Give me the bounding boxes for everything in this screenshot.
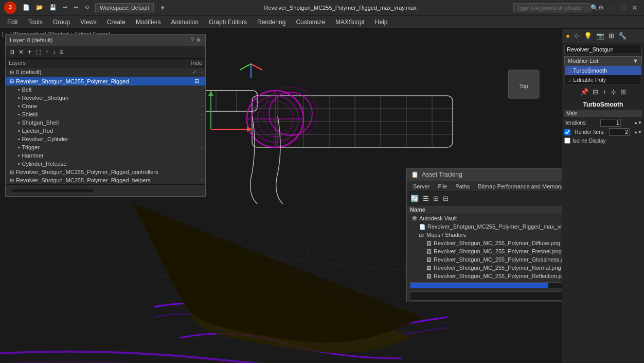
redo-icon[interactable]: ↪ [71,3,80,12]
asset-menu-item-bitmap-performance-and-memory[interactable]: Bitmap Performance and Memory [474,182,562,191]
asset-row[interactable]: 🖼Revolver_Shotgun_MC_255_Polymer_Reflect… [407,272,562,280]
asset-grid-icon[interactable]: ⊞ [432,194,440,203]
asset-refresh-icon[interactable]: 🔄 [409,194,420,203]
search-input[interactable] [513,3,591,12]
layer-item[interactable]: ⊟Revolver_Shotgun_MC255_Polymer_Rigged⊟·… [6,77,205,85]
menu-item-views[interactable]: Views [75,16,102,28]
render-iters-spinner-icon[interactable]: ▲▼ [634,130,642,134]
rp-light-icon[interactable]: 💡 [582,31,594,41]
asset-panel-header[interactable]: 📋 Asset Tracking ─ □ ✕ [407,168,562,181]
asset-input-field[interactable] [410,291,562,301]
modifier-checkbox[interactable]: □ [568,77,571,83]
layer-item[interactable]: •Belt··· [6,85,205,94]
asset-row-name: Revolver_Shotgun_MC_255_Polymer_Normal.p… [434,265,562,271]
viewport[interactable]: Top [ + ] [Perspective] [Shaded + Edged … [0,29,562,363]
new-icon[interactable]: 📄 [21,3,32,12]
rp-sphere-icon[interactable]: ● [564,31,571,41]
layer-name: Belt [22,87,199,93]
layer-item[interactable]: ⊟Revolver_Shotgun_MC255_Polymer_Rigged_h… [6,176,205,184]
layers-add-icon[interactable]: + [26,47,33,57]
layer-item[interactable]: ⊟Revolver_Shotgun_MC255_Polymer_Rigged_c… [6,168,205,176]
search-go-icon[interactable]: 🔍 [591,4,598,11]
minimize-button[interactable]: ─ [608,4,617,12]
history-icon[interactable]: ⟲ [82,3,91,12]
menu-item-help[interactable]: Help [370,16,393,28]
rp-wrench-icon[interactable]: 🔧 [617,31,628,41]
layer-item[interactable]: •Crane··· [6,102,205,110]
layers-progressbar [12,188,94,193]
maximize-button[interactable]: □ [619,4,628,12]
layer-check: ✓ [192,68,197,76]
layer-item[interactable]: •Shield··· [6,110,205,118]
asset-row[interactable]: 🗁Maps / Shaders [407,231,562,239]
asset-rows: 🏛Autodesk VaultLogged O📄Revolver_Shotgun… [407,214,562,280]
menu-item-edit[interactable]: Edit [2,16,23,28]
asset-menu-item-paths[interactable]: Paths [451,182,474,191]
rp-camera-icon[interactable]: 📷 [595,31,606,41]
layers-move-down-icon[interactable]: ↓ [51,47,57,57]
asset-list-icon[interactable]: ☰ [421,194,431,203]
stack-pin-icon[interactable]: 📌 [579,87,590,97]
asset-row[interactable]: 🖼Revolver_Shotgun_MC_255_Polymer_Normal.… [407,264,562,272]
menu-item-animation[interactable]: Animation [166,16,204,28]
rp-cursor-icon[interactable]: ⊹ [573,31,581,41]
layers-close-icon[interactable]: ✕ [196,37,201,44]
menu-item-maxscript[interactable]: MAXScript [330,16,370,28]
iterations-spinner-icon[interactable]: ▲▼ [634,120,642,125]
modifier-item[interactable]: □Editable Poly [565,75,641,84]
stack-funnel-icon[interactable]: ⊟ [591,87,600,97]
iterations-input[interactable] [600,119,621,127]
layer-item[interactable]: •Ejector_Rod··· [6,127,205,135]
stack-add-icon[interactable]: + [601,87,608,97]
undo-icon[interactable]: ↩ [61,3,69,12]
menu-item-tools[interactable]: Tools [23,16,48,28]
menu-item-group[interactable]: Group [48,16,75,28]
menu-item-graph-editors[interactable]: Graph Editors [204,16,252,28]
search-options-icon[interactable]: ⚙ [598,4,604,11]
isoline-checkbox[interactable] [564,137,570,144]
layer-item[interactable]: ⊟0 (default)✓··· [6,67,205,77]
layers-help-icon[interactable]: ? [190,37,194,44]
asset-row[interactable]: 📄Revolver_Shotgun_MC255_Polymer_Rigged_m… [407,222,562,231]
modifier-item[interactable]: □TurboSmooth [565,66,641,75]
layer-item[interactable]: •Trigger··· [6,143,205,151]
asset-tracking-panel: 📋 Asset Tracking ─ □ ✕ ServerFilePathsBi… [406,168,562,302]
layer-icon: • [18,95,20,101]
layers-expand-icon[interactable]: ≡ [58,47,65,57]
modifier-checkbox[interactable]: □ [568,68,571,74]
workspace-dropdown-icon[interactable]: ▼ [158,4,168,12]
asset-row[interactable]: 🖼Revolver_Shotgun_MC_255_Polymer_Glossin… [407,255,562,264]
render-iters-checkbox[interactable] [564,129,570,135]
asset-menu-item-file[interactable]: File [434,182,451,191]
asset-row[interactable]: 🖼Revolver_Shotgun_MC_255_Polymer_Fresnel… [407,247,562,255]
save-icon[interactable]: 💾 [47,3,59,12]
render-iters-input[interactable] [609,128,630,136]
layer-name: Revolver_Shotgun_MC255_Polymer_Rigged_co… [16,169,199,175]
layer-item[interactable]: •Shotgun_Shell··· [6,118,205,127]
asset-menu-item-server[interactable]: Server [409,182,434,191]
menu-item-modifiers[interactable]: Modifiers [131,16,166,28]
layer-item[interactable]: •Revolver_Cylinder··· [6,135,205,143]
modifier-list-dropdown-icon[interactable]: ▼ [633,58,638,64]
stack-cursor-icon[interactable]: ⊹ [609,87,618,97]
layer-item[interactable]: •Hammer··· [6,151,205,160]
asset-row[interactable]: 🏛Autodesk VaultLogged O [407,214,562,222]
asset-row[interactable]: 🖼Revolver_Shotgun_MC_255_Polymer_Diffuse… [407,239,562,247]
layers-select-icon[interactable]: ⬚ [34,47,43,57]
layer-item[interactable]: •Revolver_Shotgun··· [6,94,205,102]
open-icon[interactable]: 📂 [34,3,45,12]
layers-panel-header[interactable]: Layer: 0 (default) ? ✕ [6,34,205,46]
stack-grid-icon[interactable]: ⊞ [619,87,628,97]
menu-item-create[interactable]: Create [102,16,131,28]
menu-item-customize[interactable]: Customize [291,16,330,28]
layers-move-up-icon[interactable]: ↑ [44,47,50,57]
workspace-button[interactable]: Workspace: Default [95,3,154,12]
menu-item-rendering[interactable]: Rendering [252,16,291,28]
rp-helper-icon[interactable]: ⊞ [607,31,616,41]
asset-detail-icon[interactable]: ⊟ [441,194,450,203]
close-button[interactable]: ✕ [630,4,640,12]
layers-delete-icon[interactable]: ✕ [17,47,25,57]
layers-new-icon[interactable]: ⊟ [8,47,16,57]
layer-item[interactable]: •Cylinder_Release··· [6,160,205,168]
object-name-input[interactable] [564,45,642,54]
